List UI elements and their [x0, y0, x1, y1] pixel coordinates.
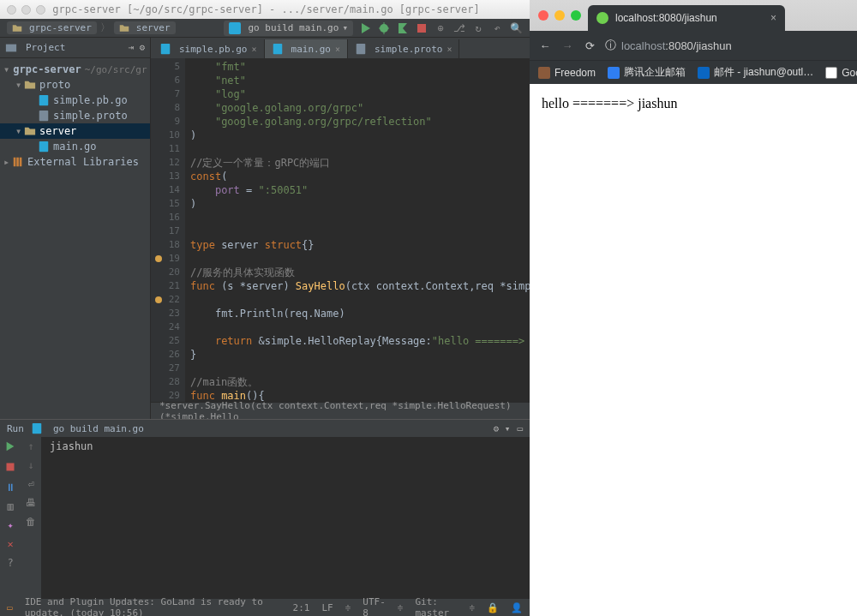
tab-main-go[interactable]: main.go ×: [265, 39, 348, 58]
bookmark-label: Freedom: [554, 67, 596, 79]
tree-server[interactable]: ▾ server: [0, 123, 150, 139]
run-toolbar-left2: ↑ ↓ ⏎ 🖶 🗑: [21, 437, 41, 599]
search-button[interactable]: 🔍: [509, 21, 523, 35]
run-panel-config: go build main.go: [53, 423, 144, 434]
bookmark-freedom[interactable]: Freedom: [538, 67, 596, 79]
project-tree[interactable]: ▾ grpc-server ~/go/src/gr ▾ proto simple…: [0, 58, 150, 173]
tree-external[interactable]: ▸ External Libraries: [0, 154, 150, 170]
crumb-folder[interactable]: server: [114, 21, 176, 34]
vcs-button[interactable]: ⎇: [452, 21, 466, 35]
back-button[interactable]: ←: [538, 39, 552, 52]
pin-button[interactable]: ✦: [7, 519, 13, 531]
svg-rect-15: [33, 423, 42, 434]
browser-toolbar: ← → ⟳ ⓘ localhost:8080/jiashun: [530, 31, 857, 60]
close-icon[interactable]: ×: [770, 12, 776, 24]
file-encoding[interactable]: UTF-8: [363, 596, 386, 616]
run-button[interactable]: [358, 21, 372, 35]
minimize-icon[interactable]: ▭: [517, 423, 523, 434]
mac-titlebar: grpc-server [~/go/src/grpc-server] - ...…: [0, 0, 530, 19]
dump-button[interactable]: ▥: [7, 500, 13, 512]
forward-button[interactable]: →: [560, 39, 574, 52]
back-button[interactable]: ↶: [490, 21, 504, 35]
notify-icon[interactable]: 👤: [511, 602, 523, 613]
git-branch[interactable]: Git: master: [415, 596, 457, 616]
bookmark-google[interactable]: Google: [825, 67, 857, 79]
tab-label: simple.pb.go: [179, 44, 247, 55]
tree-simple-pb-go[interactable]: simple.pb.go: [0, 93, 150, 108]
browser-window: localhost:8080/jiashun × ← → ⟳ ⓘ localho…: [530, 0, 857, 616]
address-bar[interactable]: ⓘ localhost:8080/jiashun: [605, 38, 848, 53]
line-separator[interactable]: LF: [321, 602, 333, 613]
toolbar-buttons: ⊕ ⎇ ↻ ↶ 🔍: [358, 21, 523, 35]
run-panel: Run go build main.go ⚙ ▾ ▭ ⏸ ▥ ✦ ✕ ? ↑ ↓…: [0, 419, 530, 599]
minimize-dot[interactable]: [554, 10, 565, 21]
window-title: grpc-server [~/go/src/grpc-server] - ...…: [9, 3, 523, 15]
bookmark-label: 腾讯企业邮箱: [624, 65, 686, 80]
browser-tab[interactable]: localhost:8080/jiashun ×: [588, 5, 785, 31]
tab-simple-pb-go[interactable]: simple.pb.go ×: [153, 39, 265, 58]
bookmark-icon: [608, 67, 620, 79]
svg-rect-6: [39, 141, 49, 152]
tree-main-go[interactable]: main.go: [0, 139, 150, 154]
tree-external-label: External Libraries: [27, 156, 139, 168]
svg-rect-9: [20, 158, 22, 167]
svg-rect-11: [273, 44, 282, 54]
traffic-lights[interactable]: [538, 10, 581, 21]
close-button[interactable]: ✕: [7, 538, 13, 550]
tree-proto-label: proto: [39, 79, 70, 91]
crumb-project[interactable]: grpc-server: [7, 21, 97, 34]
trash-button[interactable]: 🗑: [26, 516, 36, 528]
tree-simple-proto[interactable]: simple.proto: [0, 108, 150, 123]
ide-window: grpc-server [~/go/src/grpc-server] - ...…: [0, 0, 530, 616]
signature-hint: *server.SayHello(ctx context.Context,req…: [151, 402, 530, 419]
svg-rect-16: [7, 463, 15, 471]
reload-button[interactable]: ⟳: [583, 39, 596, 52]
url-host: localhost: [621, 39, 665, 52]
coverage-button[interactable]: [396, 21, 410, 35]
bookmark-label: Google: [842, 67, 857, 79]
console[interactable]: jiashun: [41, 437, 530, 599]
tree-proto[interactable]: ▾ proto: [0, 77, 150, 93]
collapse-icon[interactable]: ⇥: [129, 42, 135, 53]
tree-root[interactable]: ▾ grpc-server ~/go/src/gr: [0, 62, 150, 77]
debug-button[interactable]: [377, 21, 391, 35]
down-button[interactable]: ↓: [27, 459, 33, 471]
print-button[interactable]: 🖶: [26, 497, 36, 509]
status-icon[interactable]: ▭: [7, 602, 13, 613]
bookmark-tencent[interactable]: 腾讯企业邮箱: [608, 65, 686, 80]
gutter: 5678910111213141516171819202122232425262…: [151, 58, 185, 402]
stop-button[interactable]: [5, 462, 15, 475]
attach-button[interactable]: ⊕: [434, 21, 447, 35]
lock-icon[interactable]: 🔒: [487, 602, 499, 613]
update-button[interactable]: ↻: [471, 21, 485, 35]
crumb-folder-label: server: [136, 22, 171, 33]
bookmark-outlook[interactable]: 邮件 - jiashun@outl…: [698, 65, 813, 80]
svg-rect-5: [39, 111, 49, 121]
site-info-icon[interactable]: ⓘ: [605, 38, 616, 53]
up-button[interactable]: ↑: [27, 440, 33, 452]
run-panel-body: ⏸ ▥ ✦ ✕ ? ↑ ↓ ⏎ 🖶 🗑 jiashun: [0, 437, 530, 599]
project-panel-title: Project: [26, 42, 65, 53]
help-button[interactable]: ?: [7, 557, 13, 569]
project-panel-header[interactable]: Project ⇥ ⚙: [0, 38, 150, 58]
code-area[interactable]: 5678910111213141516171819202122232425262…: [151, 58, 530, 402]
gear-icon[interactable]: ⚙: [139, 42, 145, 53]
wrap-button[interactable]: ⏎: [27, 478, 33, 490]
close-icon[interactable]: ×: [251, 45, 256, 54]
close-dot[interactable]: [538, 10, 548, 21]
run-config-selector[interactable]: go build main.go ▾: [224, 21, 353, 36]
gear-icon[interactable]: ⚙ ▾: [494, 423, 511, 434]
tree-root-hint: ~/go/src/gr: [85, 64, 147, 75]
stop-button[interactable]: [415, 21, 428, 35]
code[interactable]: "fmt" "net" "log" "google.golang.org/grp…: [185, 58, 530, 402]
pause-button[interactable]: ⏸: [5, 481, 15, 493]
run-panel-header[interactable]: Run go build main.go ⚙ ▾ ▭: [0, 420, 530, 437]
tab-simple-proto[interactable]: simple.proto ×: [348, 39, 460, 58]
cursor-position[interactable]: 2:1: [293, 602, 310, 613]
console-output: jiashun: [50, 440, 93, 452]
zoom-dot[interactable]: [571, 10, 581, 21]
close-icon[interactable]: ×: [335, 45, 340, 54]
folder-icon: [12, 23, 22, 33]
rerun-button[interactable]: [4, 440, 16, 455]
close-icon[interactable]: ×: [446, 45, 452, 54]
